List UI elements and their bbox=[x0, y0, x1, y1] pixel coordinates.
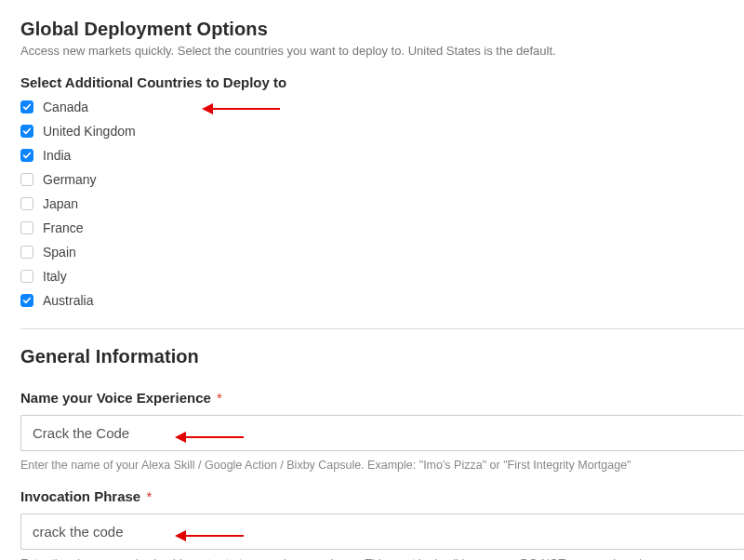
country-checkbox[interactable] bbox=[20, 100, 33, 113]
country-label: France bbox=[43, 220, 84, 235]
country-label: Spain bbox=[43, 245, 76, 260]
country-item: Spain bbox=[20, 243, 744, 261]
country-item: Germany bbox=[20, 170, 744, 189]
invocation-field-input[interactable] bbox=[20, 513, 744, 550]
required-asterisk: * bbox=[217, 390, 222, 406]
country-checkbox[interactable] bbox=[20, 197, 33, 210]
country-checkbox[interactable] bbox=[20, 173, 33, 186]
country-checkbox[interactable] bbox=[20, 246, 33, 259]
name-field-label-text: Name your Voice Experience bbox=[20, 390, 211, 406]
country-item: United Kingdom bbox=[20, 122, 744, 140]
country-checkbox[interactable] bbox=[20, 221, 33, 234]
country-checkbox[interactable] bbox=[20, 125, 33, 138]
country-label: Italy bbox=[43, 269, 67, 284]
country-item: Canada bbox=[20, 98, 744, 116]
country-checkbox[interactable] bbox=[20, 294, 33, 307]
annotation-arrow-invocation bbox=[175, 530, 244, 541]
general-section-title: General Information bbox=[20, 346, 744, 367]
country-item: Japan bbox=[20, 194, 744, 213]
country-label: Canada bbox=[43, 100, 88, 114]
country-label: Australia bbox=[43, 293, 93, 308]
country-checkbox[interactable] bbox=[20, 270, 33, 283]
name-field-hint: Enter the name of your Alexa Skill / Goo… bbox=[20, 459, 744, 472]
name-field-group: Name your Voice Experience * Enter the n… bbox=[20, 390, 744, 472]
invocation-field-label-text: Invocation Phrase bbox=[20, 488, 140, 504]
country-label: India bbox=[43, 148, 71, 163]
country-label: Germany bbox=[43, 172, 97, 187]
country-checkbox[interactable] bbox=[20, 149, 33, 162]
countries-sublabel: Select Additional Countries to Deploy to bbox=[20, 74, 744, 90]
name-field-label: Name your Voice Experience * bbox=[20, 390, 744, 406]
annotation-arrow-name bbox=[175, 432, 244, 443]
section-divider bbox=[20, 328, 744, 329]
country-list: CanadaUnited KingdomIndiaGermanyJapanFra… bbox=[20, 98, 744, 310]
country-item: India bbox=[20, 146, 744, 165]
annotation-arrow-canada bbox=[202, 103, 280, 114]
deployment-section-desc: Access new markets quickly. Select the c… bbox=[20, 44, 744, 58]
country-item: France bbox=[20, 219, 744, 237]
invocation-field-group: Invocation Phrase * Enter the phrase peo… bbox=[20, 488, 744, 560]
country-item: Australia bbox=[20, 291, 744, 310]
invocation-field-label: Invocation Phrase * bbox=[20, 488, 744, 504]
name-field-input[interactable] bbox=[20, 415, 744, 451]
country-item: Italy bbox=[20, 267, 744, 286]
country-label: Japan bbox=[43, 196, 78, 211]
country-label: United Kingdom bbox=[43, 124, 136, 139]
deployment-section-title: Global Deployment Options bbox=[20, 19, 744, 40]
required-asterisk: * bbox=[146, 488, 152, 504]
